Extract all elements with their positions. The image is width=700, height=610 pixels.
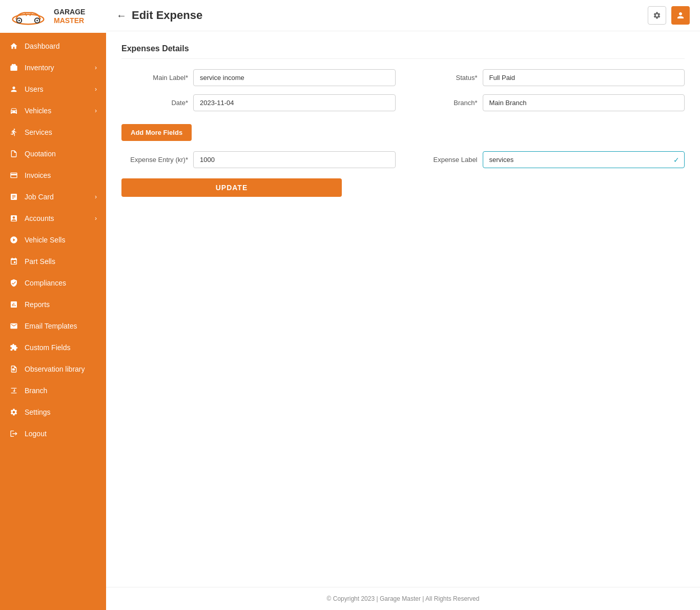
- sidebar-label-vehicle-sells: Vehicle Sells: [25, 236, 97, 244]
- sidebar-label-quotation: Quotation: [25, 150, 97, 158]
- sidebar-label-compliances: Compliances: [25, 279, 97, 287]
- sidebar-label-dashboard: Dashboard: [25, 42, 97, 50]
- date-label: Date*: [121, 99, 188, 107]
- user-icon: [676, 11, 685, 20]
- accounts-icon: [9, 214, 18, 223]
- sidebar-label-accounts: Accounts: [25, 214, 89, 222]
- sidebar-item-dashboard[interactable]: Dashboard: [0, 35, 106, 57]
- logo-text: GARAGE MASTER: [54, 8, 85, 25]
- observation-icon: [9, 364, 18, 374]
- sidebar-item-settings[interactable]: Settings: [0, 401, 106, 423]
- gear-button[interactable]: [648, 6, 666, 25]
- jobcard-icon: [9, 192, 18, 201]
- sidebar-item-vehicles[interactable]: Vehicles ›: [0, 100, 106, 121]
- sidebar-item-job-card[interactable]: Job Card ›: [0, 186, 106, 208]
- branch-row: Branch*: [411, 94, 685, 111]
- sidebar-label-branch: Branch: [25, 387, 97, 395]
- svg-point-4: [36, 19, 38, 21]
- sidebar-item-custom-fields[interactable]: Custom Fields: [0, 337, 106, 358]
- sidebar-item-part-sells[interactable]: Part Sells: [0, 251, 106, 272]
- expense-entry-label: Expense Entry (kr)*: [121, 156, 188, 164]
- sidebar-label-users: Users: [25, 85, 89, 93]
- page-header: ← Edit Expense: [106, 0, 700, 31]
- sidebar-item-inventory[interactable]: Inventory ›: [0, 57, 106, 78]
- accounts-arrow: ›: [95, 215, 97, 222]
- sidebar: GARAGE MASTER Dashboard Inventory › User…: [0, 0, 106, 610]
- logout-icon: [9, 429, 18, 438]
- sidebar-navigation: Dashboard Inventory › Users › Vehicles ›: [0, 33, 106, 610]
- sidebar-item-compliances[interactable]: Compliances: [0, 272, 106, 294]
- expense-entry-input[interactable]: [193, 151, 396, 168]
- expense-label-select[interactable]: services parts labour other: [483, 151, 685, 168]
- header-right: [648, 6, 690, 25]
- inventory-arrow: ›: [95, 64, 97, 71]
- sidebar-item-services[interactable]: Services: [0, 121, 106, 143]
- part-sells-icon: [9, 257, 18, 266]
- inventory-icon: [9, 63, 18, 72]
- back-button[interactable]: ←: [116, 10, 127, 22]
- sidebar-item-logout[interactable]: Logout: [0, 423, 106, 444]
- status-row: Status*: [411, 69, 685, 86]
- logo-garage: GARAGE: [54, 8, 85, 16]
- user-button[interactable]: [671, 6, 690, 25]
- sidebar-item-email-templates[interactable]: Email Templates: [0, 315, 106, 337]
- add-more-fields-button[interactable]: Add More Fields: [121, 124, 192, 141]
- sidebar-item-accounts[interactable]: Accounts ›: [0, 208, 106, 229]
- puzzle-icon: [9, 343, 18, 352]
- date-row: Date*: [121, 94, 396, 111]
- logo-master: MASTER: [54, 16, 85, 25]
- sidebar-label-custom-fields: Custom Fields: [25, 343, 97, 352]
- status-input[interactable]: [483, 69, 685, 86]
- sidebar-label-logout: Logout: [25, 430, 97, 438]
- gear-icon: [653, 11, 661, 19]
- update-button[interactable]: UPDATE: [121, 178, 342, 197]
- expense-label-label: Expense Label: [411, 156, 478, 164]
- header-left: ← Edit Expense: [116, 9, 202, 22]
- reports-icon: [9, 300, 18, 309]
- sidebar-label-invoices: Invoices: [25, 171, 97, 179]
- sidebar-item-branch[interactable]: Branch: [0, 380, 106, 401]
- sidebar-label-email-templates: Email Templates: [25, 322, 97, 330]
- expense-entry-row: Expense Entry (kr)*: [121, 151, 396, 168]
- sidebar-label-settings: Settings: [25, 408, 97, 416]
- main-label-label: Main Label*: [121, 74, 188, 82]
- sidebar-item-reports[interactable]: Reports: [0, 294, 106, 315]
- sidebar-label-vehicles: Vehicles: [25, 107, 89, 115]
- date-input[interactable]: [193, 94, 396, 111]
- vehicle-sells-icon: [9, 235, 18, 245]
- settings-icon: [9, 408, 18, 417]
- invoices-icon: [9, 171, 18, 180]
- status-label: Status*: [411, 74, 478, 82]
- form-top-grid: Main Label* Status* Date* Branch*: [121, 69, 685, 111]
- sidebar-item-users[interactable]: Users ›: [0, 78, 106, 100]
- sidebar-label-job-card: Job Card: [25, 193, 89, 201]
- footer: © Copyright 2023 | Garage Master | All R…: [106, 587, 700, 610]
- main-label-input[interactable]: [193, 69, 396, 86]
- footer-text: © Copyright 2023 | Garage Master | All R…: [327, 595, 480, 602]
- branch-input[interactable]: [483, 94, 685, 111]
- form-content: Expenses Details Main Label* Status* Dat…: [106, 31, 700, 587]
- sidebar-item-quotation[interactable]: Quotation: [0, 143, 106, 165]
- expense-label-row: Expense Label services parts labour othe…: [411, 151, 685, 168]
- page-title: Edit Expense: [132, 9, 202, 22]
- expense-section: Expense Entry (kr)* Expense Label servic…: [121, 151, 685, 168]
- compliances-icon: [9, 278, 18, 288]
- sidebar-label-inventory: Inventory: [25, 64, 89, 72]
- expense-label-select-wrapper: services parts labour other ✓: [483, 151, 685, 168]
- main-label-row: Main Label*: [121, 69, 396, 86]
- svg-point-2: [18, 19, 20, 21]
- logo-area: GARAGE MASTER: [0, 0, 106, 33]
- main-content: ← Edit Expense Expenses Details Main Lab…: [106, 0, 700, 610]
- home-icon: [9, 42, 18, 51]
- vehicles-icon: [9, 106, 18, 115]
- sidebar-label-services: Services: [25, 128, 97, 136]
- sidebar-item-observation-library[interactable]: Observation library: [0, 358, 106, 380]
- vehicles-arrow: ›: [95, 107, 97, 114]
- sidebar-item-vehicle-sells[interactable]: Vehicle Sells: [0, 229, 106, 251]
- branch-icon: [9, 386, 18, 395]
- users-icon: [9, 85, 18, 94]
- branch-label: Branch*: [411, 99, 478, 107]
- services-icon: [9, 128, 18, 137]
- sidebar-item-invoices[interactable]: Invoices: [0, 165, 106, 186]
- section-title: Expenses Details: [121, 44, 685, 59]
